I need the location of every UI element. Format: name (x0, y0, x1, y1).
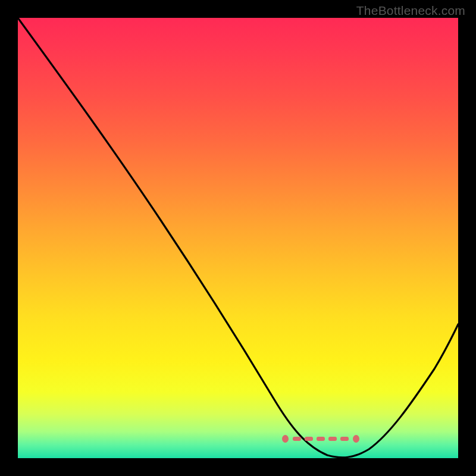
watermark-text: TheBottleneck.com (356, 4, 465, 18)
marker-dash (317, 437, 325, 441)
bottleneck-curve (18, 18, 458, 458)
plot-area (18, 18, 458, 458)
marker-end-right (353, 435, 359, 443)
curve-svg (18, 18, 458, 458)
marker-end-left (282, 435, 289, 443)
marker-dash (328, 437, 337, 441)
optimal-marker-band (282, 434, 359, 443)
marker-dash (305, 437, 313, 441)
marker-dashes (293, 437, 349, 441)
marker-dash (340, 437, 349, 441)
marker-dash (293, 437, 301, 441)
